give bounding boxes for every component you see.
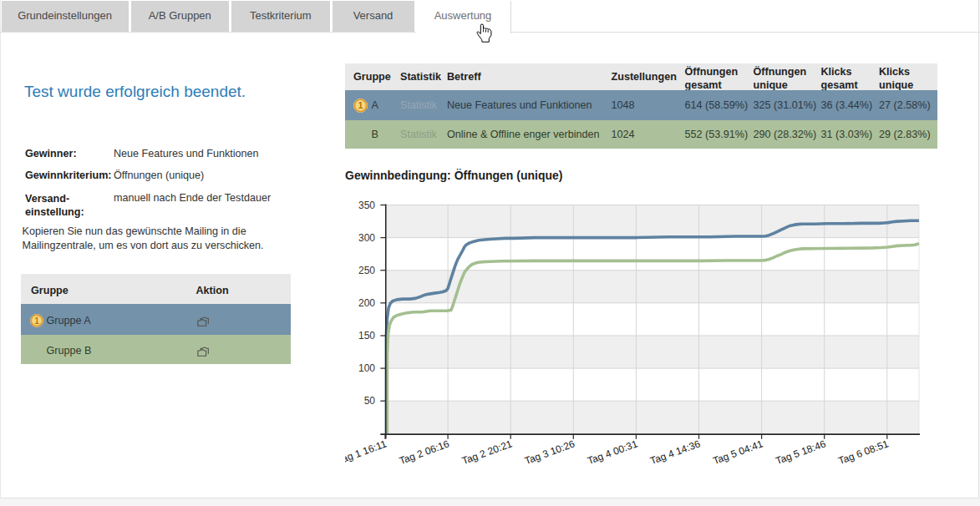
svg-text:1: 1 <box>34 316 39 325</box>
svg-text:Tag 2 06:16: Tag 2 06:16 <box>398 438 451 467</box>
svg-text:Tag 2 20:21: Tag 2 20:21 <box>460 438 514 467</box>
svg-text:350: 350 <box>358 200 375 211</box>
svg-text:100: 100 <box>358 362 375 374</box>
svg-text:Tag 6 08:51: Tag 6 08:51 <box>837 438 891 467</box>
svg-text:250: 250 <box>358 265 375 276</box>
svg-text:Tag 5 18:46: Tag 5 18:46 <box>774 438 828 467</box>
svg-text:1: 1 <box>358 100 363 110</box>
svg-text:Tag 3 10:26: Tag 3 10:26 <box>523 438 576 467</box>
svg-text:Tag 4 14:36: Tag 4 14:36 <box>648 438 702 467</box>
svg-text:50: 50 <box>364 395 376 407</box>
svg-text:300: 300 <box>358 232 375 244</box>
svg-text:200: 200 <box>358 297 375 309</box>
svg-text:Tag 4 00:31: Tag 4 00:31 <box>586 438 639 467</box>
svg-text:Tag 5 04:41: Tag 5 04:41 <box>711 438 764 467</box>
svg-text:Tag 1 16:11: Tag 1 16:11 <box>345 438 388 466</box>
svg-text:150: 150 <box>358 330 375 342</box>
